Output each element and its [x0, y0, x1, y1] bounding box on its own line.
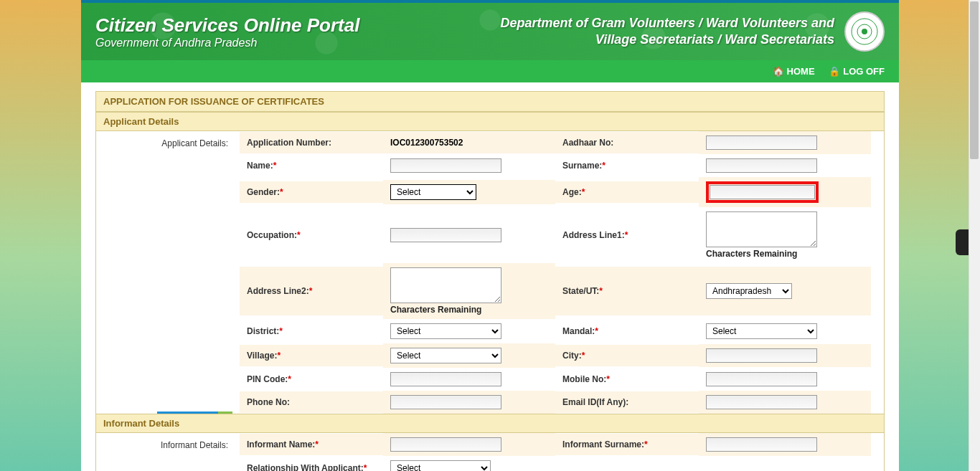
address2-textarea[interactable]: [390, 267, 501, 303]
portal-title: Citizen Services Online Portal: [95, 14, 359, 37]
tab-informant-details[interactable]: Informant Details:: [156, 437, 232, 471]
name-input[interactable]: [390, 158, 501, 173]
label-aadhaar: Aadhaar No:: [555, 132, 699, 153]
surname-input[interactable]: [706, 158, 817, 173]
occupation-input[interactable]: [390, 228, 501, 242]
relationship-select[interactable]: Select: [390, 460, 491, 471]
scrollbar-thumb[interactable]: [970, 1, 979, 159]
state-emblem-icon: [844, 11, 885, 52]
phone-input[interactable]: [390, 395, 501, 409]
svg-point-2: [862, 29, 867, 34]
informant-name-input[interactable]: [390, 437, 501, 452]
aadhaar-input[interactable]: [706, 135, 817, 150]
age-input[interactable]: [710, 185, 815, 199]
mobile-input[interactable]: [706, 372, 817, 386]
portal-subtitle: Government of Andhra Pradesh: [95, 37, 359, 49]
section-applicant-details: Applicant Details: [96, 112, 884, 131]
email-input[interactable]: [706, 395, 817, 409]
age-highlight: [706, 181, 819, 203]
gender-select[interactable]: Select: [390, 184, 476, 200]
nav-bar: 🏠 HOME 🔒 LOG OFF: [81, 60, 899, 82]
lock-icon: 🔒: [829, 66, 840, 77]
value-application-number: IOC012300753502: [390, 138, 463, 148]
state-select[interactable]: Andhrapradesh: [706, 283, 792, 299]
vertical-scrollbar[interactable]: [969, 0, 980, 471]
side-panel-handle[interactable]: [956, 229, 969, 255]
mandal-select[interactable]: Select: [706, 323, 817, 339]
informant-surname-input[interactable]: [706, 437, 817, 452]
address1-textarea[interactable]: [706, 211, 817, 247]
district-select[interactable]: Select: [390, 323, 501, 339]
header-banner: Citizen Services Online Portal Governmen…: [81, 0, 899, 60]
panel-title: APPLICATION FOR ISSUANCE OF CERTIFICATES: [96, 92, 884, 112]
label-application-number: Application Number:: [240, 132, 383, 153]
application-form-panel: APPLICATION FOR ISSUANCE OF CERTIFICATES…: [95, 91, 885, 471]
village-select[interactable]: Select: [390, 348, 501, 363]
nav-logoff-link[interactable]: 🔒 LOG OFF: [829, 66, 885, 77]
department-name: Department of Gram Volunteers / Ward Vol…: [501, 15, 834, 49]
nav-home-link[interactable]: 🏠 HOME: [773, 66, 815, 77]
tab-applicant-details[interactable]: Applicant Details:: [157, 135, 232, 414]
address1-chars-remaining: Characters Remaining: [706, 249, 797, 259]
address2-chars-remaining: Characters Remaining: [390, 305, 481, 315]
home-icon: 🏠: [773, 66, 784, 77]
section-informant-details: Informant Details: [96, 414, 884, 433]
pincode-input[interactable]: [390, 372, 501, 386]
city-input[interactable]: [706, 348, 817, 363]
